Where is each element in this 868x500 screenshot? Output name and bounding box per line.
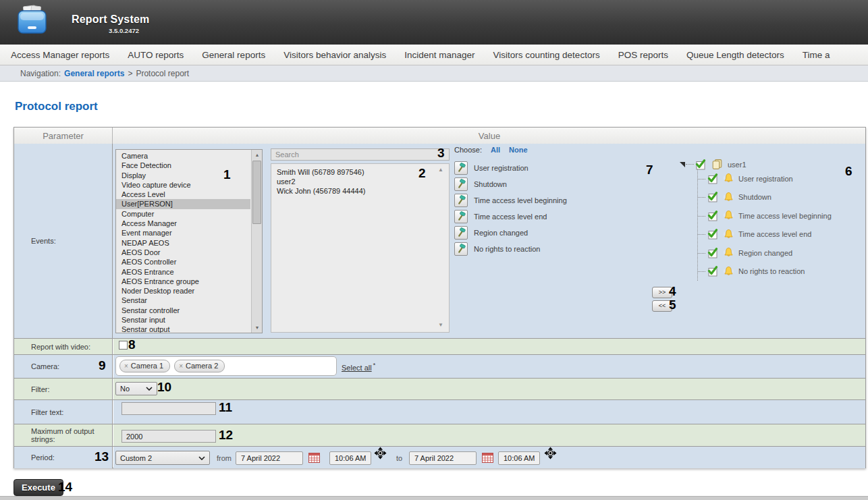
add-event-button[interactable] [454, 194, 468, 207]
scroll-up-icon[interactable]: ▲ [252, 150, 263, 160]
remove-tag-icon[interactable]: × [124, 362, 128, 370]
report-system-logo-icon [13, 4, 50, 42]
time-spinner-icon[interactable] [544, 447, 557, 462]
camera-tag-label: Camera 2 [186, 362, 218, 370]
period-select[interactable]: Custom 2 [115, 451, 210, 465]
event-type-item[interactable]: Camera [116, 151, 250, 161]
tree-node-checkbox[interactable] [707, 229, 718, 240]
event-type-item[interactable]: AEOS Entrance groupe [116, 277, 250, 286]
breadcrumb: Navigation: General reports > Protocol r… [0, 65, 868, 82]
nav-tab[interactable]: AUTO reports [128, 50, 184, 60]
nav-tab[interactable]: POS reports [618, 50, 668, 60]
checkbox-checked-icon [695, 159, 706, 170]
page-title: Protocol report [15, 100, 98, 113]
choose-controls: Choose: All None [454, 146, 528, 154]
event-types-listbox: CameraFace DetectionDisplayVideo capture… [115, 149, 263, 333]
tree-node-checkbox[interactable] [707, 173, 718, 184]
annotation-7: 7 [646, 163, 653, 177]
tree-root-checkbox[interactable] [695, 159, 706, 170]
bell-icon [723, 210, 734, 221]
object-item[interactable]: Wick John (456789 44444) [271, 186, 449, 196]
objects-scroll-down-icon[interactable]: ▼ [438, 322, 862, 328]
nav-tab[interactable]: General reports [202, 50, 265, 60]
add-event-button[interactable] [454, 226, 468, 240]
add-event-button[interactable] [454, 242, 468, 256]
execute-button[interactable]: Execute [13, 479, 63, 496]
nav-tab[interactable]: Visitors behavior analysis [283, 50, 386, 60]
event-type-item[interactable]: Event manager [116, 228, 250, 238]
choose-none-link[interactable]: None [509, 146, 528, 154]
tree-collapse-icon[interactable] [680, 162, 685, 167]
event-type-item[interactable]: Access Manager [116, 219, 250, 228]
annotation-6: 6 [845, 164, 852, 179]
date-to-input[interactable] [409, 451, 477, 465]
add-event-button[interactable] [454, 210, 468, 223]
tree-node-checkbox[interactable] [707, 192, 718, 202]
chevron-down-icon [146, 387, 153, 391]
scrollbar-thumb[interactable] [252, 161, 261, 224]
tree-node-checkbox[interactable] [707, 266, 718, 277]
folder-icon [711, 159, 724, 170]
tree-node: Region changed [698, 244, 832, 262]
breadcrumb-link-general-reports[interactable]: General reports [64, 69, 124, 78]
checkbox-checked-icon [707, 266, 718, 277]
tree-node: Time access level end [698, 225, 832, 244]
annotation-11: 11 [219, 400, 232, 415]
select-all-link[interactable]: Select all [342, 364, 372, 372]
date-from-input[interactable] [236, 451, 303, 465]
calendar-icon[interactable] [308, 453, 320, 466]
calendar-icon[interactable] [482, 453, 493, 466]
annotation-4: 4 [669, 284, 676, 299]
bell-icon [723, 247, 734, 258]
filter-select-value: No [120, 385, 130, 393]
nav-tab[interactable]: Incident manager [404, 50, 474, 60]
add-event-button[interactable] [454, 161, 468, 175]
event-types-scrollbar[interactable]: ▲ ▼ [251, 150, 262, 333]
camera-tags-input[interactable]: × Camera 1 × Camera 2 [115, 356, 337, 376]
tree-node-checkbox[interactable] [707, 211, 718, 221]
objects-listbox[interactable]: Smith Will (56789 897546)user2Wick John … [271, 163, 450, 333]
nav-tab[interactable]: Visitors counting detectors [493, 50, 600, 60]
event-type-item[interactable]: Access Level [116, 190, 250, 199]
nav-tab[interactable]: Access Manager reports [11, 50, 109, 60]
annotation-5: 5 [669, 298, 676, 312]
tree-node-label: Time access level end [738, 230, 811, 238]
camera-tag[interactable]: × Camera 2 [174, 360, 225, 372]
bottom-scroll-strip[interactable] [0, 496, 868, 500]
add-event-button[interactable] [454, 177, 468, 191]
report-with-video-checkbox[interactable] [119, 341, 128, 350]
annotation-1: 1 [223, 167, 231, 182]
tree-node-label: Shutdown [738, 193, 771, 201]
hammer-icon [456, 179, 466, 189]
tree-line [686, 164, 694, 165]
event-type-item[interactable]: Senstar [116, 296, 250, 305]
time-to-input[interactable] [498, 451, 540, 465]
choose-all-link[interactable]: All [491, 146, 500, 154]
filter-text-input[interactable] [121, 402, 216, 415]
event-type-item[interactable]: AEOS Controller [116, 257, 250, 267]
available-event-label: Time access level end [474, 213, 547, 221]
time-spinner-icon[interactable] [374, 447, 387, 462]
remove-tag-icon[interactable]: × [179, 362, 183, 370]
tree-node-checkbox[interactable] [707, 248, 718, 258]
event-type-item[interactable]: Senstar controller [116, 306, 250, 315]
event-type-item[interactable]: Senstar input [116, 315, 250, 325]
time-from-input[interactable] [329, 451, 371, 465]
chevron-down-icon [198, 456, 205, 460]
max-strings-input[interactable] [121, 430, 216, 443]
filter-select[interactable]: No [115, 382, 157, 395]
event-type-item[interactable]: Senstar output [116, 325, 250, 333]
search-input[interactable] [271, 148, 450, 161]
event-type-item[interactable]: User[PERSON] [116, 199, 250, 209]
nav-tab[interactable]: Time a [803, 50, 830, 60]
hammer-icon [456, 163, 466, 173]
event-type-item[interactable]: Noder Desktop reader [116, 286, 250, 296]
scroll-down-icon[interactable]: ▼ [252, 323, 263, 333]
event-type-item[interactable]: NEDAP AEOS [116, 238, 250, 248]
event-type-item[interactable]: AEOS Entrance [116, 267, 250, 277]
camera-tag[interactable]: × Camera 1 [119, 360, 170, 372]
event-type-item[interactable]: AEOS Door [116, 248, 250, 257]
available-event-row: Time access level end [454, 209, 567, 223]
nav-tab[interactable]: Queue Length detectors [686, 50, 784, 60]
event-type-item[interactable]: Computer [116, 209, 250, 219]
